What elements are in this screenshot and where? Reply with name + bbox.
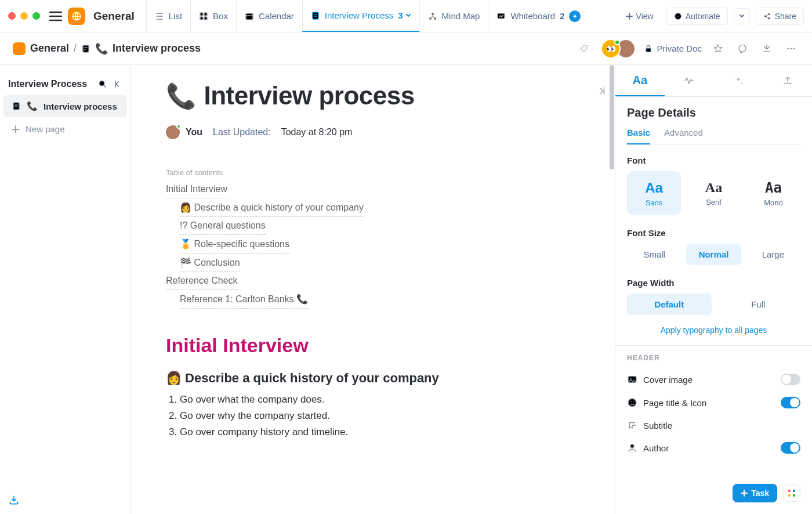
import-icon[interactable] — [8, 494, 20, 506]
close-window-button[interactable] — [8, 12, 16, 20]
toc-link[interactable]: Initial Interview — [166, 180, 227, 198]
page-icon — [81, 44, 90, 53]
workspace-name[interactable]: General — [93, 10, 135, 23]
visibility-button[interactable]: Private Doc — [644, 44, 702, 53]
toc-link[interactable]: Reference 1: Carlton Banks 📞 — [180, 290, 308, 309]
subtab-basic[interactable]: Basic — [627, 128, 650, 144]
heading-1[interactable]: Initial Interview — [166, 334, 580, 357]
maximize-window-button[interactable] — [32, 12, 40, 20]
automate-label: Automate — [686, 12, 720, 21]
chevron-down-icon — [405, 13, 411, 19]
row-subtitle: Subtitle — [627, 414, 800, 436]
chevron-down-icon — [738, 13, 745, 20]
menu-icon[interactable] — [49, 11, 62, 21]
font-serif[interactable]: Aa Serif — [687, 171, 741, 215]
size-normal[interactable]: Normal — [686, 244, 741, 265]
updated-value: Today at 8:20 pm — [281, 127, 353, 137]
scroll-thumb[interactable] — [610, 65, 614, 169]
svg-point-14 — [768, 17, 769, 19]
section-header: HEADER — [627, 354, 800, 362]
list-item[interactable]: Go over company history and timeline. — [180, 424, 580, 440]
search-icon[interactable] — [98, 79, 107, 89]
page-title[interactable]: 📞 Interview process — [166, 81, 580, 110]
sidebar-new-page[interactable]: New page — [3, 118, 127, 140]
tab-calendar[interactable]: Calendar — [236, 0, 302, 32]
sidebar-title: Interview Process — [8, 79, 87, 89]
tab-whiteboard[interactable]: Whiteboard 2 — [488, 0, 589, 32]
table-of-contents: Initial Interview 👩 Describe a quick his… — [166, 180, 580, 309]
panel-tab-typography[interactable]: Aa — [615, 65, 665, 96]
toggle-page-title-icon[interactable] — [781, 397, 800, 408]
list-item[interactable]: Go over what the company does. — [180, 392, 580, 408]
smile-icon — [627, 397, 637, 408]
svg-point-22 — [100, 81, 104, 86]
tab-mindmap[interactable]: Mind Map — [419, 0, 488, 32]
workspace-mini-badge[interactable] — [13, 42, 26, 55]
toc-link[interactable]: !? General questions — [180, 217, 266, 235]
svg-rect-3 — [200, 17, 203, 20]
activity-icon — [684, 75, 694, 86]
font-mono[interactable]: Aa Mono — [746, 171, 800, 215]
left-sidebar: Interview Process 📞 Interview process Ne… — [0, 65, 131, 514]
width-default[interactable]: Default — [627, 294, 712, 315]
add-view-button[interactable]: View — [619, 8, 661, 24]
panel-tab-ai[interactable] — [714, 65, 763, 96]
avatar[interactable]: 👀 — [601, 39, 621, 59]
updated-label: Last Updated: — [213, 127, 271, 137]
avatar[interactable] — [166, 125, 180, 139]
scrollbar[interactable] — [609, 65, 615, 514]
tab-interview-label: Interview Process — [325, 10, 393, 20]
minimize-window-button[interactable] — [20, 12, 28, 20]
toc-link[interactable]: 🏁 Conclusion — [180, 254, 240, 272]
collapse-panel-icon[interactable] — [596, 86, 607, 96]
apply-typography-link[interactable]: Apply typography to all pages — [627, 325, 800, 335]
collapse-sidebar-icon[interactable] — [113, 79, 122, 89]
svg-rect-17 — [646, 48, 651, 52]
sidebar-item-interview[interactable]: 📞 Interview process — [3, 95, 127, 117]
toc-link[interactable]: 👩 Describe a quick history of your compa… — [180, 198, 364, 217]
breadcrumb-page[interactable]: Interview process — [113, 42, 201, 55]
font-options: Aa Sans Aa Serif Aa Mono — [627, 171, 800, 215]
presence-dot-icon — [176, 124, 181, 129]
panel-tab-activity[interactable] — [665, 65, 714, 96]
svg-point-21 — [793, 48, 795, 49]
heading-2[interactable]: 👩 Describe a quick history of your compa… — [166, 371, 580, 386]
tab-box[interactable]: Box — [190, 0, 236, 32]
breadcrumb-actions: 👀 Private Doc — [577, 39, 799, 59]
tab-interview-process[interactable]: Interview Process 3 — [302, 0, 419, 32]
tab-list[interactable]: List — [146, 0, 190, 32]
toc-label: Table of contents — [166, 168, 580, 177]
toggle-cover-image[interactable] — [781, 374, 800, 385]
arrow-right-circle-icon[interactable] — [569, 10, 581, 22]
size-large[interactable]: Large — [746, 244, 800, 265]
share-label: Share — [775, 12, 796, 21]
toc-link[interactable]: 🏅 Role-specific questions — [180, 235, 289, 254]
more-icon[interactable] — [783, 41, 799, 57]
share-button[interactable]: Share — [756, 8, 804, 25]
comment-icon[interactable] — [734, 41, 751, 57]
apps-icon — [787, 488, 796, 498]
star-icon[interactable] — [710, 41, 726, 57]
apps-button[interactable] — [783, 484, 800, 502]
person-icon — [627, 443, 637, 453]
download-icon[interactable] — [759, 41, 775, 57]
size-small[interactable]: Small — [627, 244, 682, 265]
author-you: You — [186, 127, 202, 137]
automate-button[interactable]: Automate — [666, 8, 728, 25]
list-item[interactable]: Go over why the company started. — [180, 408, 580, 424]
lock-icon — [644, 44, 653, 53]
toc-link[interactable]: Reference Check — [166, 272, 238, 290]
workspace-badge[interactable] — [68, 8, 85, 25]
breadcrumb-root[interactable]: General — [30, 42, 69, 55]
subtab-advanced[interactable]: Advanced — [664, 128, 703, 144]
width-full[interactable]: Full — [716, 294, 801, 315]
ordered-list[interactable]: Go over what the company does. Go over w… — [166, 392, 580, 440]
new-task-button[interactable]: Task — [733, 484, 777, 502]
svg-rect-1 — [200, 13, 203, 16]
font-sans[interactable]: Aa Sans — [627, 171, 681, 215]
automate-chevron[interactable] — [734, 8, 750, 24]
panel-tab-export[interactable] — [763, 65, 812, 96]
svg-rect-5 — [246, 13, 253, 20]
tag-icon[interactable] — [577, 41, 593, 57]
toggle-author[interactable] — [781, 442, 800, 454]
